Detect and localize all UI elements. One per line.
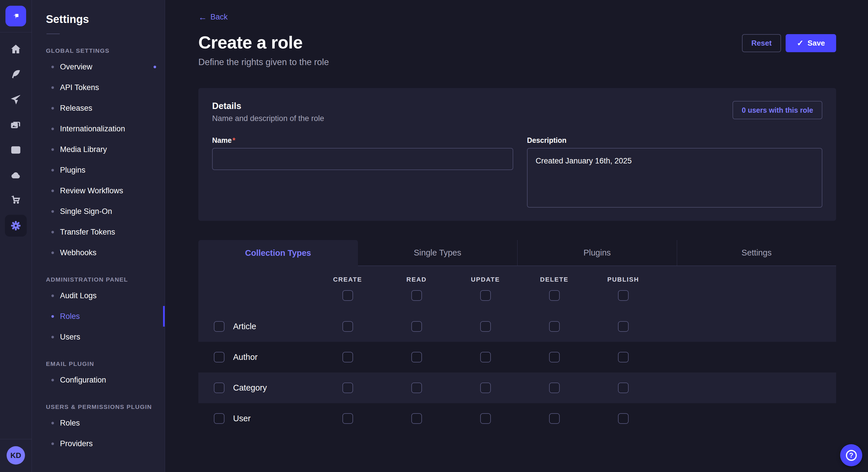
- help-button[interactable]: ?: [840, 444, 862, 466]
- strapi-logo-icon: [10, 10, 22, 22]
- sidebar-item-providers[interactable]: Providers: [32, 433, 165, 454]
- article-update-checkbox[interactable]: [480, 321, 491, 332]
- details-card-header: Details Name and description of the role…: [212, 101, 823, 123]
- marketplace-cart-icon[interactable]: [5, 188, 27, 213]
- article-read-checkbox[interactable]: [411, 321, 422, 332]
- select-all-create-checkbox[interactable]: [342, 290, 353, 301]
- author-create-checkbox[interactable]: [342, 352, 353, 363]
- tab-plugins[interactable]: Plugins: [517, 240, 677, 266]
- settings-gear-icon[interactable]: [5, 215, 27, 237]
- bullet-icon: [51, 148, 54, 151]
- content-manager-feather-icon[interactable]: [5, 62, 27, 87]
- author-delete-checkbox[interactable]: [549, 352, 560, 363]
- permission-tabs: Collection Types Single Types Plugins Se…: [198, 240, 836, 266]
- select-all-update-checkbox[interactable]: [480, 290, 491, 301]
- media-library-icon[interactable]: [5, 112, 27, 137]
- bullet-icon: [51, 422, 54, 425]
- details-subtitle: Name and description of the role: [212, 114, 324, 123]
- header-actions: Reset ✓ Save: [742, 34, 836, 52]
- tab-single-types[interactable]: Single Types: [358, 240, 518, 266]
- name-field-group: Name*: [212, 136, 513, 208]
- logo-container: [0, 0, 32, 32]
- user-read-checkbox[interactable]: [411, 413, 422, 424]
- article-delete-checkbox[interactable]: [549, 321, 560, 332]
- tab-settings[interactable]: Settings: [677, 240, 836, 266]
- sidebar-item-overview[interactable]: Overview: [32, 57, 165, 77]
- details-card: Details Name and description of the role…: [198, 88, 836, 221]
- sidebar-item-single-sign-on[interactable]: Single Sign-On: [32, 201, 165, 222]
- bullet-icon: [51, 442, 54, 445]
- save-button[interactable]: ✓ Save: [786, 34, 836, 52]
- author-publish-checkbox[interactable]: [618, 352, 629, 363]
- permissions-header-row: CREATE READ UPDATE DELETE PUBLISH: [198, 266, 836, 311]
- name-input[interactable]: [212, 148, 513, 170]
- column-header-create: CREATE: [333, 276, 362, 283]
- cloud-icon[interactable]: [5, 163, 27, 188]
- row-select-checkbox[interactable]: [214, 382, 224, 393]
- users-with-role-button[interactable]: 0 users with this role: [733, 101, 823, 119]
- row-select-checkbox[interactable]: [214, 352, 224, 363]
- column-header-delete: DELETE: [540, 276, 569, 283]
- bullet-icon: [51, 231, 54, 233]
- sidebar-item-roles-up[interactable]: Roles: [32, 413, 165, 433]
- sidebar-item-api-tokens[interactable]: API Tokens: [32, 77, 165, 98]
- article-create-checkbox[interactable]: [342, 321, 353, 332]
- main-content: ← Back Create a role Define the rights g…: [165, 0, 868, 472]
- rail-footer: KD: [0, 439, 32, 472]
- reset-button[interactable]: Reset: [742, 34, 781, 52]
- sidebar-item-media-library[interactable]: Media Library: [32, 139, 165, 160]
- section-label-users-permissions-plugin: USERS & PERMISSIONS PLUGIN: [46, 403, 165, 410]
- user-update-checkbox[interactable]: [480, 413, 491, 424]
- category-update-checkbox[interactable]: [480, 382, 491, 393]
- page-subtitle: Define the rights given to the role: [198, 57, 329, 67]
- user-delete-checkbox[interactable]: [549, 413, 560, 424]
- question-mark-icon: ?: [846, 450, 857, 461]
- sidebar-item-transfer-tokens[interactable]: Transfer Tokens: [32, 222, 165, 242]
- sidebar-item-webhooks[interactable]: Webhooks: [32, 242, 165, 263]
- back-arrow-icon: ←: [198, 13, 207, 22]
- row-select-checkbox[interactable]: [214, 413, 224, 424]
- user-avatar[interactable]: KD: [7, 446, 25, 465]
- tab-collection-types[interactable]: Collection Types: [198, 240, 358, 266]
- bullet-icon: [51, 190, 54, 192]
- column-header-update: UPDATE: [471, 276, 500, 283]
- select-all-delete-checkbox[interactable]: [549, 290, 560, 301]
- category-create-checkbox[interactable]: [342, 382, 353, 393]
- category-delete-checkbox[interactable]: [549, 382, 560, 393]
- sidebar-item-releases[interactable]: Releases: [32, 98, 165, 119]
- sidebar-item-internationalization[interactable]: Internationalization: [32, 119, 165, 139]
- author-read-checkbox[interactable]: [411, 352, 422, 363]
- strapi-logo[interactable]: [5, 6, 26, 26]
- sidebar-item-users[interactable]: Users: [32, 327, 165, 347]
- author-update-checkbox[interactable]: [480, 352, 491, 363]
- bullet-icon: [51, 336, 54, 338]
- select-all-publish-checkbox[interactable]: [618, 290, 629, 301]
- sidebar-item-audit-logs[interactable]: Audit Logs: [32, 285, 165, 306]
- sidebar-item-roles-admin[interactable]: Roles: [32, 306, 165, 327]
- name-label: Name*: [212, 136, 513, 144]
- details-title: Details: [212, 101, 324, 111]
- user-publish-checkbox[interactable]: [618, 413, 629, 424]
- sidebar-item-plugins[interactable]: Plugins: [32, 160, 165, 180]
- sidebar-item-configuration[interactable]: Configuration: [32, 370, 165, 390]
- notification-dot-icon: [154, 66, 156, 68]
- category-read-checkbox[interactable]: [411, 382, 422, 393]
- content-type-builder-icon[interactable]: [5, 137, 27, 163]
- description-label: Description: [527, 136, 823, 144]
- select-all-read-checkbox[interactable]: [411, 290, 422, 301]
- bullet-icon: [51, 251, 54, 254]
- deploy-paper-plane-icon[interactable]: [5, 87, 27, 112]
- bullet-icon: [51, 315, 54, 318]
- back-link[interactable]: ← Back: [198, 12, 228, 22]
- description-field-group: Description: [527, 136, 823, 208]
- bullet-icon: [51, 379, 54, 381]
- user-create-checkbox[interactable]: [342, 413, 353, 424]
- article-publish-checkbox[interactable]: [618, 321, 629, 332]
- bullet-icon: [51, 86, 54, 89]
- category-publish-checkbox[interactable]: [618, 382, 629, 393]
- description-textarea[interactable]: [527, 148, 823, 208]
- sidebar-item-review-workflows[interactable]: Review Workflows: [32, 180, 165, 201]
- row-select-checkbox[interactable]: [214, 321, 224, 332]
- home-icon[interactable]: [5, 36, 27, 62]
- section-label-global-settings: GLOBAL SETTINGS: [46, 47, 165, 54]
